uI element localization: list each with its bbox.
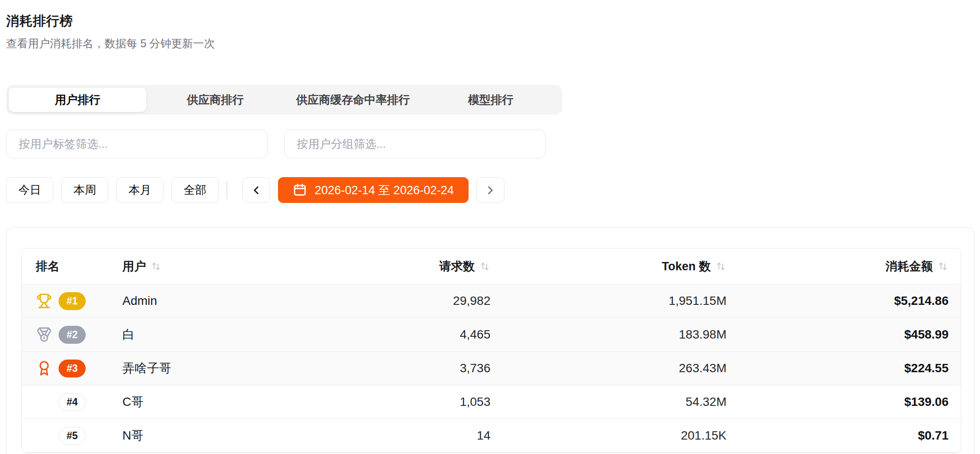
chevron-left-icon xyxy=(250,184,263,197)
next-range-button[interactable] xyxy=(476,177,504,203)
leaderboard-page: 消耗排行榜 查看用户消耗排名，数据每 5 分钟更新一次 用户排行供应商排行供应商… xyxy=(0,0,980,454)
calendar-icon xyxy=(293,183,307,197)
user-name: Admin xyxy=(122,294,157,307)
requests-value: 1,053 xyxy=(460,395,490,409)
column-header-tokens[interactable]: Token 数 xyxy=(503,248,739,284)
sort-icon xyxy=(937,261,949,272)
requests-value: 14 xyxy=(477,429,490,442)
rank-medal-icon xyxy=(36,394,52,410)
ranking-tabs: 用户排行供应商排行供应商缓存命中率排行模型排行 xyxy=(6,85,562,115)
tokens-value: 1,951.15M xyxy=(669,294,726,307)
date-filter-row: 今日本周本月全部 2026-02-14 至 2026-02-24 xyxy=(6,177,975,203)
sort-icon xyxy=(479,261,490,272)
column-header-rank: 排名 xyxy=(22,248,122,284)
tokens-value: 183.98M xyxy=(679,328,726,341)
rank-medal-icon xyxy=(36,326,52,343)
date-range-button[interactable]: 2026-02-14 至 2026-02-24 xyxy=(278,177,469,203)
rank-badge: #4 xyxy=(59,393,86,411)
table-row: #2 白 4,465 183.98M $458.99 xyxy=(22,318,961,352)
prev-range-button[interactable] xyxy=(242,177,270,203)
leaderboard-table: 排名 用户 请求数 xyxy=(21,248,961,453)
amount-value: $139.06 xyxy=(904,395,949,409)
divider xyxy=(226,181,227,199)
column-header-user[interactable]: 用户 xyxy=(122,248,323,284)
sort-icon xyxy=(715,261,726,272)
column-header-amount[interactable]: 消耗金额 xyxy=(739,248,961,284)
user-name: 弄啥子哥 xyxy=(122,361,171,375)
tab-3[interactable]: 模型排行 xyxy=(422,87,560,112)
rank-medal-icon xyxy=(36,360,52,377)
requests-value: 3,736 xyxy=(460,361,490,375)
quick-range-button[interactable]: 今日 xyxy=(6,177,53,203)
requests-value: 29,982 xyxy=(453,294,490,307)
tokens-value: 263.43M xyxy=(679,361,726,375)
tab-label: 供应商缓存命中率排行 xyxy=(296,92,410,108)
column-header-requests[interactable]: 请求数 xyxy=(323,248,503,284)
table-row: #3 弄啥子哥 3,736 263.43M $224.55 xyxy=(22,352,961,385)
quick-range-button[interactable]: 本月 xyxy=(116,177,163,203)
rank-badge: #1 xyxy=(59,292,86,310)
page-title: 消耗排行榜 xyxy=(6,12,975,30)
filter-inputs xyxy=(6,129,975,158)
leaderboard-card: 排名 用户 请求数 xyxy=(6,227,975,454)
rank-badge: #3 xyxy=(59,360,86,377)
quick-range-button[interactable]: 全部 xyxy=(171,177,219,203)
requests-value: 4,465 xyxy=(460,328,490,341)
rank-medal-icon xyxy=(36,427,52,444)
rank-medal-icon xyxy=(36,293,52,309)
user-tag-filter-input[interactable] xyxy=(6,129,268,158)
tab-2[interactable]: 供应商缓存命中率排行 xyxy=(284,87,422,112)
sort-icon xyxy=(150,261,162,272)
user-name: C哥 xyxy=(122,395,143,409)
table-header-row: 排名 用户 请求数 xyxy=(22,248,961,284)
rank-badge: #2 xyxy=(59,326,86,344)
table-row: #4 C哥 1,053 54.32M $139.06 xyxy=(22,385,961,419)
award-icon xyxy=(36,360,52,376)
user-name: 白 xyxy=(122,328,135,341)
amount-value: $224.55 xyxy=(904,361,949,375)
quick-range-button[interactable]: 本周 xyxy=(61,177,108,203)
tokens-value: 201.15K xyxy=(681,429,726,442)
tab-1[interactable]: 供应商排行 xyxy=(146,87,284,112)
trophy-icon xyxy=(36,293,52,309)
page-subtitle: 查看用户消耗排名，数据每 5 分钟更新一次 xyxy=(6,36,975,51)
date-range-label: 2026-02-14 至 2026-02-24 xyxy=(315,182,454,198)
medal-icon xyxy=(36,327,52,342)
rank-badge: #5 xyxy=(59,427,86,445)
tab-label: 用户排行 xyxy=(55,92,101,108)
user-group-filter-input[interactable] xyxy=(284,129,546,158)
tokens-value: 54.32M xyxy=(686,395,726,409)
tab-label: 供应商排行 xyxy=(187,92,244,108)
tab-label: 模型排行 xyxy=(468,92,514,108)
chevron-right-icon xyxy=(484,184,497,197)
amount-value: $0.71 xyxy=(918,429,949,442)
table-row: #5 N哥 14 201.15K $0.71 xyxy=(22,419,961,453)
amount-value: $458.99 xyxy=(904,328,949,341)
user-name: N哥 xyxy=(122,429,143,442)
tab-0[interactable]: 用户排行 xyxy=(9,87,146,112)
amount-value: $5,214.86 xyxy=(894,294,949,307)
table-row: #1 Admin 29,982 1,951.15M $5,214.86 xyxy=(22,284,961,318)
